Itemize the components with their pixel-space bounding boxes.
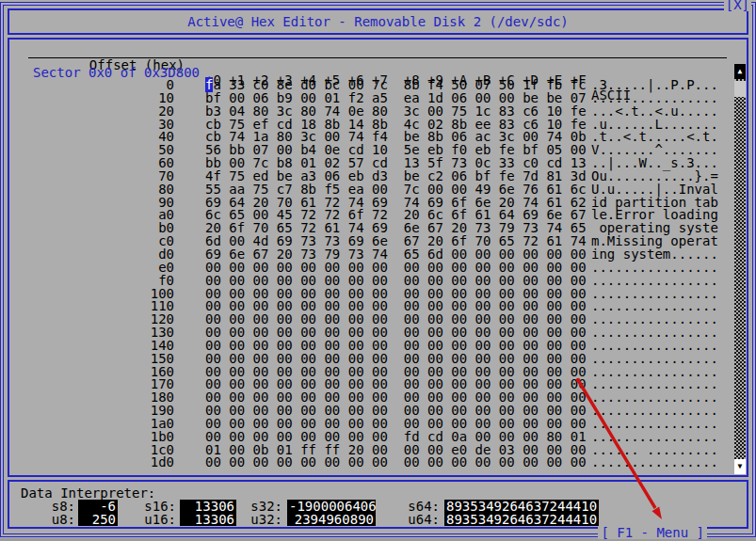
interpreter-label-u16: u16: xyxy=(141,513,176,526)
column-header: Offset (hex) +0 +1 +2 +3 +4 +5 +6 +7 +8 … xyxy=(9,42,747,56)
row-hex-bytes[interactable]: 00 00 00 00 00 00 00 00 00 00 00 00 00 0… xyxy=(205,456,587,469)
row-offset: 1a0 xyxy=(9,418,174,431)
row-offset: 1d0 xyxy=(9,456,174,469)
row-offset: 1b0 xyxy=(9,431,174,444)
row-offset: 120 xyxy=(9,313,174,326)
interpreter-label-s64: s64: xyxy=(400,500,440,513)
row-offset: 140 xyxy=(9,340,174,353)
window-title: Active@ Hex Editor - Removable Disk 2 (/… xyxy=(187,14,569,29)
row-offset: b0 xyxy=(9,222,174,235)
interpreter-value-u32: 2394960890 xyxy=(287,513,376,526)
row-offset: e0 xyxy=(9,262,174,275)
row-offset: 150 xyxy=(9,353,174,366)
row-ascii[interactable]: ................ xyxy=(591,456,718,469)
row-offset: c0 xyxy=(9,235,174,248)
row-offset: d0 xyxy=(9,248,174,262)
row-offset: 20 xyxy=(9,105,174,119)
row-offset: 40 xyxy=(9,131,174,144)
interpreter-value-u8: 250 xyxy=(78,513,118,526)
scrollbar[interactable]: ▲ ▼ xyxy=(734,64,746,474)
row-offset: 190 xyxy=(9,405,174,418)
interpreter-value-u16: 13306 xyxy=(180,513,236,526)
row-offset: 100 xyxy=(9,288,174,301)
header-divider xyxy=(28,57,727,58)
data-interpreter-title: Data Interpreter: xyxy=(21,485,155,501)
interpreter-unsigned-row: u8:250u16:13306u32:2394960890u64:8935349… xyxy=(9,513,747,526)
scrollbar-thumb[interactable] xyxy=(734,81,746,97)
interpreter-value-s16: 13306 xyxy=(180,500,236,513)
interpreter-label-s8: s8: xyxy=(28,500,75,513)
hex-view-panel: Offset (hex) +0 +1 +2 +3 +4 +5 +6 +7 +8 … xyxy=(8,38,748,477)
row-offset: 110 xyxy=(9,300,174,313)
scrollbar-track[interactable] xyxy=(734,79,746,459)
title-bar: Active@ Hex Editor - Removable Disk 2 (/… xyxy=(8,8,748,35)
sector-info: Sector 0x0 of 0x3D800 xyxy=(33,65,200,80)
row-offset: 70 xyxy=(9,170,174,183)
row-offset: 180 xyxy=(9,391,174,405)
data-interpreter-panel: Data Interpreter: s8:-6s16:13306s32:-190… xyxy=(8,480,748,529)
row-offset: 30 xyxy=(9,119,174,132)
hex-dump: 0fa 33 c0 8e d0 bc 00 7c 8b f4 50 07 50 … xyxy=(9,79,747,469)
row-offset: 160 xyxy=(9,366,174,379)
interpreter-label-u32: u32: xyxy=(243,513,282,526)
row-offset: f0 xyxy=(9,275,174,288)
interpreter-value-u64: 8935349264637244410 xyxy=(444,513,599,526)
row-offset: 170 xyxy=(9,378,174,391)
interpreter-signed-row: s8:-6s16:13306s32:-1900006406s64:8935349… xyxy=(9,500,747,513)
interpreter-label-s32: s32: xyxy=(243,500,282,513)
hex-row[interactable]: 1d000 00 00 00 00 00 00 00 00 00 00 00 0… xyxy=(9,456,747,469)
row-offset: 130 xyxy=(9,326,174,340)
close-button[interactable]: [X] xyxy=(724,0,751,11)
row-offset: 50 xyxy=(9,144,174,157)
scroll-up-arrow-icon[interactable]: ▲ xyxy=(734,64,746,79)
interpreter-label-u64: u64: xyxy=(400,513,440,526)
interpreter-value-s8: -6 xyxy=(78,500,118,513)
interpreter-label-s16: s16: xyxy=(141,500,176,513)
row-offset: 10 xyxy=(9,92,174,105)
row-offset: 80 xyxy=(9,183,174,197)
scroll-down-arrow-icon[interactable]: ▼ xyxy=(734,459,746,474)
interpreter-value-s32: -1900006406 xyxy=(287,500,376,513)
interpreter-label-u8: u8: xyxy=(28,513,75,526)
row-offset: 1c0 xyxy=(9,444,174,457)
row-offset: 60 xyxy=(9,157,174,170)
row-offset: a0 xyxy=(9,209,174,222)
hex-editor-window: [X] Active@ Hex Editor - Removable Disk … xyxy=(0,0,756,541)
row-offset: 0 xyxy=(9,79,174,92)
row-offset: 90 xyxy=(9,197,174,210)
interpreter-value-s64: 8935349264637244410 xyxy=(444,500,599,513)
menu-hint[interactable]: [ F1 - Menu ] xyxy=(598,526,707,539)
